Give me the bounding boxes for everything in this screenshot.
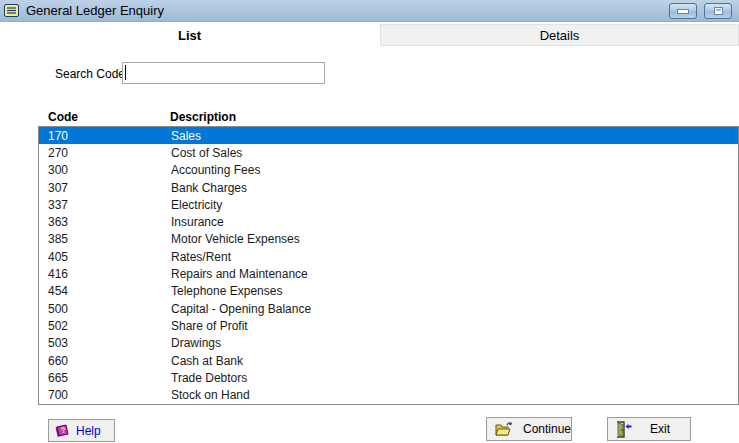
table-row[interactable]: 405Rates/Rent bbox=[39, 248, 738, 265]
cell-code: 700 bbox=[39, 388, 171, 402]
cell-description: Rates/Rent bbox=[171, 250, 738, 264]
column-header-code: Code bbox=[48, 110, 78, 124]
table-row[interactable]: 660Cash at Bank bbox=[39, 352, 738, 369]
table-row[interactable]: 170Sales bbox=[39, 127, 738, 144]
table-row[interactable]: 363Insurance bbox=[39, 213, 738, 230]
table-row[interactable]: 300Accounting Fees bbox=[39, 162, 738, 179]
open-folder-icon bbox=[495, 421, 514, 437]
cell-code: 502 bbox=[39, 319, 171, 333]
cell-description: Trade Debtors bbox=[171, 371, 738, 385]
table-row[interactable]: 337Electricity bbox=[39, 196, 738, 213]
help-book-icon: ? bbox=[55, 424, 70, 438]
continue-button-label: Continue bbox=[523, 422, 571, 436]
cell-code: 300 bbox=[39, 163, 171, 177]
table-row[interactable]: 385Motor Vehicle Expenses bbox=[39, 231, 738, 248]
cell-code: 454 bbox=[39, 284, 171, 298]
cell-description: Accounting Fees bbox=[171, 163, 738, 177]
maximize-button[interactable] bbox=[704, 3, 732, 19]
cell-description: Stock on Hand bbox=[171, 388, 738, 402]
tab-bar: List Details bbox=[0, 24, 739, 46]
cell-description: Repairs and Maintenance bbox=[171, 267, 738, 281]
exit-button[interactable]: Exit bbox=[607, 417, 691, 441]
cell-code: 665 bbox=[39, 371, 171, 385]
cell-code: 385 bbox=[39, 232, 171, 246]
ledger-book-icon bbox=[4, 3, 20, 18]
exit-button-label: Exit bbox=[650, 422, 670, 436]
exit-door-icon bbox=[616, 421, 632, 438]
table-row[interactable]: 502Share of Profit bbox=[39, 317, 738, 334]
help-button-label: Help bbox=[76, 424, 101, 438]
column-header-description: Description bbox=[170, 110, 236, 124]
table-row[interactable]: 500Capital - Opening Balance bbox=[39, 300, 738, 317]
cell-description: Share of Profit bbox=[171, 319, 738, 333]
minimize-button[interactable] bbox=[669, 3, 697, 19]
cell-description: Bank Charges bbox=[171, 181, 738, 195]
cell-code: 500 bbox=[39, 302, 171, 316]
table-row[interactable]: 307Bank Charges bbox=[39, 179, 738, 196]
minimize-icon bbox=[677, 9, 689, 14]
table-row[interactable]: 700Stock on Hand bbox=[39, 386, 738, 403]
cell-code: 170 bbox=[39, 129, 171, 143]
search-code-input[interactable] bbox=[122, 62, 325, 84]
cell-code: 503 bbox=[39, 336, 171, 350]
continue-button[interactable]: Continue bbox=[486, 417, 572, 441]
help-button[interactable]: ? Help bbox=[48, 419, 115, 442]
cell-code: 416 bbox=[39, 267, 171, 281]
cell-description: Cost of Sales bbox=[171, 146, 738, 160]
cell-description: Insurance bbox=[171, 215, 738, 229]
cell-description: Sales bbox=[171, 129, 738, 143]
cell-code: 363 bbox=[39, 215, 171, 229]
cell-code: 337 bbox=[39, 198, 171, 212]
title-bar: General Ledger Enquiry bbox=[0, 0, 739, 22]
ledger-list: 170Sales270Cost of Sales300Accounting Fe… bbox=[38, 126, 739, 405]
cell-code: 307 bbox=[39, 181, 171, 195]
text-caret bbox=[125, 65, 126, 80]
cell-code: 660 bbox=[39, 354, 171, 368]
tab-details[interactable]: Details bbox=[380, 24, 739, 46]
table-row[interactable]: 503Drawings bbox=[39, 335, 738, 352]
cell-description: Motor Vehicle Expenses bbox=[171, 232, 738, 246]
cell-code: 405 bbox=[39, 250, 171, 264]
cell-description: Cash at Bank bbox=[171, 354, 738, 368]
table-row[interactable]: 416Repairs and Maintenance bbox=[39, 265, 738, 282]
cell-description: Drawings bbox=[171, 336, 738, 350]
maximize-icon bbox=[714, 7, 723, 15]
table-row[interactable]: 665Trade Debtors bbox=[39, 369, 738, 386]
table-row[interactable]: 454Telephone Expenses bbox=[39, 283, 738, 300]
table-row[interactable]: 270Cost of Sales bbox=[39, 144, 738, 161]
search-code-label: Search Code bbox=[55, 67, 125, 81]
window-title: General Ledger Enquiry bbox=[26, 3, 164, 18]
cell-description: Capital - Opening Balance bbox=[171, 302, 738, 316]
cell-code: 270 bbox=[39, 146, 171, 160]
cell-description: Telephone Expenses bbox=[171, 284, 738, 298]
cell-description: Electricity bbox=[171, 198, 738, 212]
tab-list[interactable]: List bbox=[0, 24, 379, 46]
